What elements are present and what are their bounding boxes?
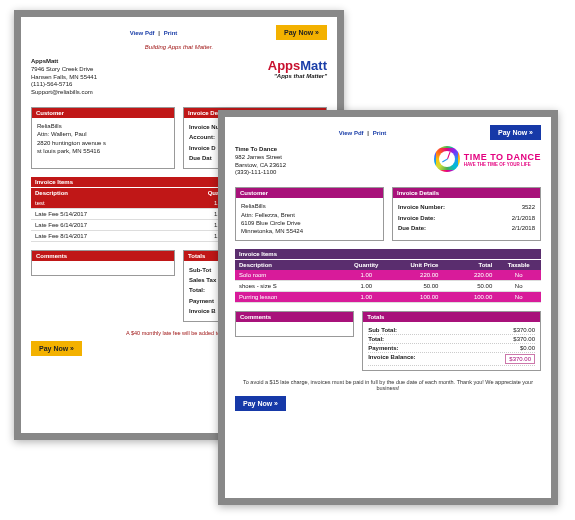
col-qty: Quantity	[344, 260, 389, 270]
inv-date: 2/1/2018	[512, 214, 535, 222]
cust-attn: Attn: Fellezza, Brent	[241, 211, 378, 219]
invoice-card-timetodance: View Pdf | Print Pay Now » Time To Dance…	[218, 110, 558, 505]
comments-header: Comments	[32, 251, 174, 261]
total-value: $370.00	[513, 336, 535, 342]
col-tax: Taxable	[496, 260, 541, 270]
print-link[interactable]: Print	[164, 30, 178, 36]
clock-icon	[434, 146, 460, 172]
totals-header: Totals	[363, 312, 540, 322]
logo-slogan: "Apps that Matter"	[268, 73, 327, 79]
cust-attn: Attn: Wallern, Paul	[37, 130, 169, 138]
pay-now-button[interactable]: Pay Now »	[276, 25, 327, 40]
comments-box: Comments	[31, 250, 175, 276]
tagline: Building Apps that Matter.	[31, 44, 327, 50]
table-row: Purring lesson 1.00 100.00 100.00 No	[235, 292, 541, 303]
col-desc: Description	[31, 188, 189, 198]
sender-addr1: 7946 Story Creek Drive	[31, 66, 97, 74]
inv-date-label: Invoice D	[189, 144, 216, 152]
acct-label: Account:	[189, 133, 215, 141]
cust-name: ReliaBills	[37, 122, 169, 130]
sender-block: Time To Dance 982 James Street Barstow, …	[235, 146, 286, 177]
sender-addr1: 982 James Street	[235, 154, 286, 162]
balance-value: $370.00	[505, 354, 535, 364]
due-label: Due Dat	[189, 154, 212, 162]
customer-header: Customer	[236, 188, 383, 198]
footer-note: To avoid a $15 late charge, invoices mus…	[235, 379, 541, 391]
print-link[interactable]: Print	[373, 130, 387, 136]
timetodance-logo: TIME TO DANCE HAVE THE TIME OF YOUR LIFE	[434, 146, 541, 172]
inv-num: 3522	[522, 203, 535, 211]
cust-addr1: 6109 Blue Circle Drive	[241, 219, 378, 227]
logo-sub: HAVE THE TIME OF YOUR LIFE	[464, 162, 541, 167]
sender-phone: (111)-564-5716	[31, 81, 97, 89]
details-box: Invoice Details Invoice Number:3522 Invo…	[392, 187, 541, 241]
sender-phone: (333)-111-1100	[235, 169, 286, 177]
separator: |	[367, 130, 369, 136]
inv-date-label: Invoice Date:	[398, 214, 435, 222]
table-row: shoes - size S 1.00 50.00 50.00 No	[235, 281, 541, 292]
logo-part2: Matt	[300, 58, 327, 73]
items-table: Invoice Items Description Quantity Unit …	[235, 249, 541, 303]
comments-box: Comments	[235, 311, 354, 337]
cust-addr2: st louis park, MN 55416	[37, 147, 169, 155]
appsmatt-logo: AppsMatt "Apps that Matter"	[268, 58, 327, 79]
sender-name: AppsMatt	[31, 58, 97, 66]
logo-title: TIME TO DANCE	[464, 152, 541, 162]
payments-value: $0.00	[520, 345, 535, 351]
view-pdf-link[interactable]: View Pdf	[130, 30, 155, 36]
customer-box: Customer ReliaBills Attn: Fellezza, Bren…	[235, 187, 384, 241]
col-desc: Description	[235, 260, 344, 270]
separator: |	[158, 30, 160, 36]
due-label: Due Date:	[398, 224, 426, 232]
col-unit: Unit Price	[389, 260, 443, 270]
pay-now-button-bottom[interactable]: Pay Now »	[235, 396, 286, 411]
subtotal-value: $370.00	[513, 327, 535, 333]
col-total: Total	[442, 260, 496, 270]
sender-block: AppsMatt 7946 Story Creek Drive Hansen F…	[31, 58, 97, 97]
pay-now-button-bottom[interactable]: Pay Now »	[31, 341, 82, 356]
inv-num-label: Invoice Number:	[398, 203, 445, 211]
details-header: Invoice Details	[393, 188, 540, 198]
totals-box: Totals Sub Total:$370.00 Total:$370.00 P…	[362, 311, 541, 371]
logo-part1: Apps	[268, 58, 301, 73]
sender-name: Time To Dance	[235, 146, 286, 154]
view-pdf-link[interactable]: View Pdf	[339, 130, 364, 136]
customer-header: Customer	[32, 108, 174, 118]
comments-header: Comments	[236, 312, 353, 322]
sender-addr2: Barstow, CA 23612	[235, 162, 286, 170]
cust-addr1: 2820 huntington avenue s	[37, 139, 169, 147]
pay-now-button[interactable]: Pay Now »	[490, 125, 541, 140]
table-row: Solo room 1.00 220.00 220.00 No	[235, 270, 541, 281]
customer-box: Customer ReliaBills Attn: Wallern, Paul …	[31, 107, 175, 169]
topbar: View Pdf | Print Pay Now »	[235, 125, 541, 140]
sender-email: Support@reliabills.com	[31, 89, 97, 97]
cust-addr2: Minnetonka, MN 55424	[241, 227, 378, 235]
items-header: Invoice Items	[235, 249, 541, 259]
topbar: View Pdf | Print Pay Now »	[31, 25, 327, 40]
sender-addr2: Hansen Falls, MN 55441	[31, 74, 97, 82]
cust-name: ReliaBills	[241, 202, 378, 210]
due-date: 2/1/2018	[512, 224, 535, 232]
